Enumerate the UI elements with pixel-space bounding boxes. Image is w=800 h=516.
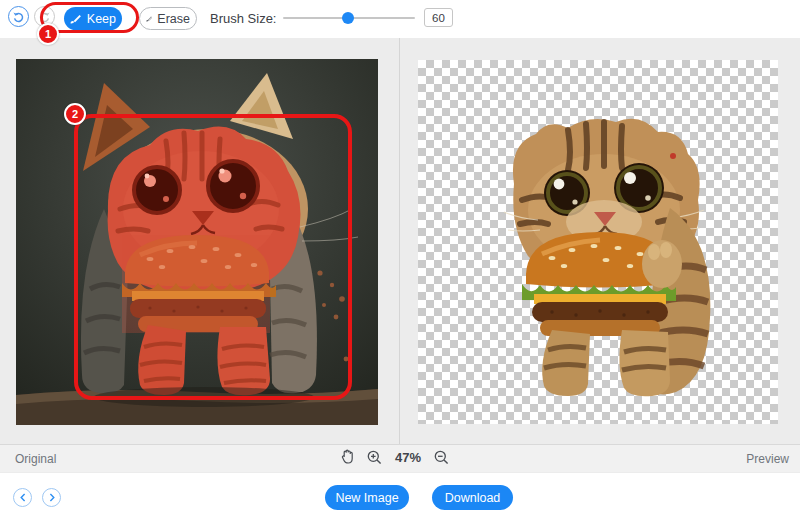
zoom-level-value: 47% (395, 450, 421, 465)
chevron-right-icon (48, 493, 56, 502)
erase-button-label: Erase (157, 12, 190, 26)
brush-size-slider[interactable] (283, 10, 415, 26)
step1-badge: 1 (37, 23, 59, 45)
previous-image-button[interactable] (13, 488, 32, 507)
brush-icon (70, 13, 82, 25)
chevron-left-icon (19, 493, 27, 502)
preview-canvas[interactable] (418, 60, 778, 424)
brush-slider-thumb[interactable] (342, 12, 354, 24)
original-panel-label: Original (15, 452, 56, 466)
cutout-cat-image (418, 60, 778, 424)
zoom-in-icon[interactable] (367, 450, 382, 465)
panel-divider (399, 38, 400, 444)
preview-panel-label: Preview (746, 452, 789, 466)
pan-hand-icon[interactable] (340, 449, 354, 465)
keep-button[interactable]: Keep (64, 7, 122, 30)
brush-icon (146, 13, 152, 25)
undo-button[interactable] (8, 6, 29, 27)
brush-size-label: Brush Size: (210, 11, 276, 26)
next-image-button[interactable] (42, 488, 61, 507)
step2-badge: 2 (64, 103, 86, 125)
erase-button[interactable]: Erase (139, 7, 197, 30)
editor-content: 2 (0, 38, 800, 444)
status-bar: Original 47% Preview (0, 444, 800, 472)
download-button[interactable]: Download (432, 485, 513, 510)
keep-button-label: Keep (87, 12, 116, 26)
original-image-canvas[interactable]: 2 (16, 59, 378, 425)
toolbar: Keep 1 Erase Brush Size: 60 (0, 0, 800, 38)
footer-bar: New Image Download (0, 472, 800, 516)
zoom-out-icon[interactable] (434, 450, 449, 465)
brush-size-value[interactable]: 60 (424, 8, 453, 27)
new-image-button[interactable]: New Image (325, 485, 409, 510)
undo-arrow-icon (12, 10, 25, 23)
redo-arrow-icon (38, 10, 51, 23)
